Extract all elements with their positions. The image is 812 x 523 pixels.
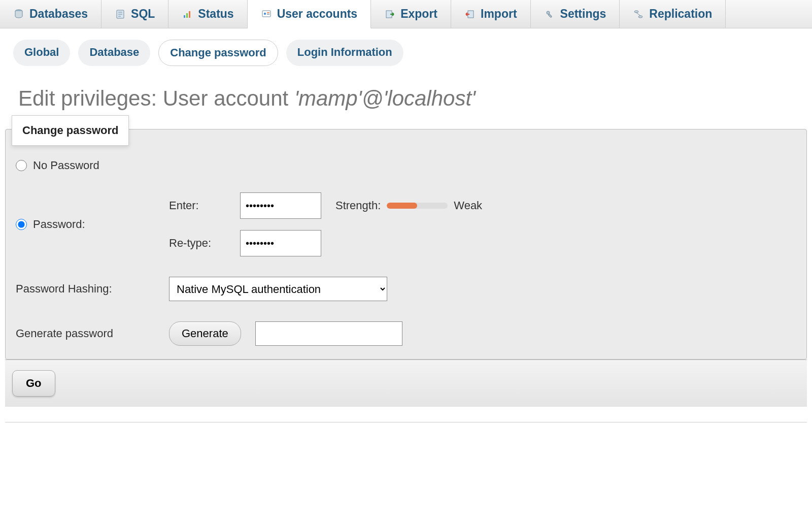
sub-nav: Global Database Change password Login In… [0,28,812,72]
hashing-label: Password Hashing: [16,282,163,296]
enter-label: Enter: [169,199,240,212]
database-icon [13,9,24,20]
svg-rect-15 [548,14,552,18]
svg-rect-5 [184,15,185,18]
password-radio[interactable] [16,219,27,230]
pill-global[interactable]: Global [13,40,70,66]
status-icon [182,9,193,20]
tab-label: Export [400,7,437,21]
user-accounts-icon [261,9,272,20]
svg-rect-11 [267,14,269,15]
generate-label: Generate password [16,327,163,340]
strength-meter [387,203,448,209]
top-nav: Databases SQL Status User accounts Expor… [0,0,812,28]
svg-point-17 [638,16,642,18]
tab-label: Replication [649,7,712,21]
hashing-select[interactable]: Native MySQL authentication [169,277,387,301]
tab-label: Status [198,7,233,21]
svg-rect-10 [267,12,269,13]
sql-icon [115,9,126,20]
bottom-bar: Go [5,359,807,407]
tab-sql[interactable]: SQL [101,0,168,28]
panel-legend: Change password [12,115,129,146]
svg-point-9 [263,12,265,14]
tab-settings[interactable]: Settings [531,0,620,28]
tab-export[interactable]: Export [371,0,451,28]
no-password-radio[interactable] [16,160,27,171]
page-title-prefix: Edit privileges: User account [18,86,294,110]
tab-status[interactable]: Status [168,0,247,28]
tab-databases[interactable]: Databases [0,0,101,28]
go-button[interactable]: Go [12,370,55,397]
svg-rect-7 [189,11,190,18]
no-password-label: No Password [33,159,99,172]
page-title-account: 'mamp'@'localhost' [294,86,476,110]
strength-text: Weak [454,199,482,212]
strength-label: Strength: [335,199,381,212]
password-label: Password: [33,218,85,231]
password-option[interactable]: Password: [16,218,85,231]
pill-database[interactable]: Database [78,40,150,66]
svg-point-16 [634,11,638,13]
tab-label: Databases [29,7,88,21]
import-icon [464,9,476,20]
divider [5,422,807,422]
pill-change-password[interactable]: Change password [158,40,278,66]
no-password-option[interactable]: No Password [16,159,99,172]
tab-user-accounts[interactable]: User accounts [248,0,371,28]
svg-line-18 [636,13,640,16]
generated-password-input[interactable] [255,321,402,346]
password-input[interactable] [240,192,321,219]
svg-rect-6 [186,13,188,18]
generate-button[interactable]: Generate [169,321,241,346]
password-retype-input[interactable] [240,230,321,256]
settings-icon [544,9,555,20]
export-icon [384,9,395,20]
tab-label: Import [481,7,517,21]
tab-replication[interactable]: Replication [620,0,726,28]
pill-login-information[interactable]: Login Information [286,40,403,66]
tab-label: User accounts [277,7,358,21]
tab-label: SQL [131,7,155,21]
change-password-panel: Change password No Password Password: En… [5,129,807,359]
tab-label: Settings [560,7,606,21]
tab-import[interactable]: Import [451,0,531,28]
replication-icon [633,9,644,20]
retype-label: Re-type: [169,237,240,250]
